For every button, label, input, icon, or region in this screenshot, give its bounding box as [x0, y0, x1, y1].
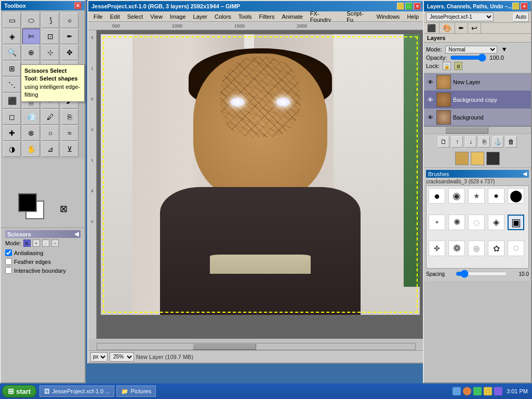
toolbox-close-button[interactable]: ✕: [74, 2, 82, 9]
brush-item[interactable]: ❁: [448, 241, 465, 256]
zoom-selector[interactable]: 25%: [110, 352, 134, 362]
layers-scrollbar-thumb[interactable]: [445, 127, 488, 134]
brush-item-selected[interactable]: ▣: [508, 215, 524, 230]
scissors-panel-collapse[interactable]: ◀: [74, 231, 78, 237]
hand-tool[interactable]: ✋: [22, 141, 40, 157]
swatch-dark[interactable]: [486, 152, 500, 165]
layers-scrollbar[interactable]: [424, 126, 531, 134]
lock-alpha-button[interactable]: α: [454, 62, 462, 70]
brush-item[interactable]: ◈: [488, 215, 504, 230]
lower-layer-button[interactable]: ↓: [465, 136, 476, 148]
heal-tool[interactable]: ✚: [3, 125, 21, 141]
bucket-fill-tool[interactable]: ⬛: [3, 93, 21, 109]
auto-button[interactable]: Auto: [513, 12, 529, 22]
clone-tool[interactable]: ⎘: [61, 109, 78, 125]
eraser-tool[interactable]: ◻: [3, 109, 21, 125]
extra-tool-1[interactable]: ⊿: [42, 141, 59, 157]
mode-subtract-icon[interactable]: -: [42, 240, 49, 247]
delete-layer-button[interactable]: 🗑: [506, 136, 517, 148]
background-visibility-eye[interactable]: 👁: [426, 113, 434, 122]
menu-help[interactable]: Help: [404, 13, 422, 20]
perspective-clone-tool[interactable]: ⊗: [22, 125, 40, 141]
feather-edges-checkbox[interactable]: [5, 258, 12, 265]
project-selector[interactable]: JesseProject.xcf-1: [426, 12, 494, 21]
menu-colors[interactable]: Colors: [211, 13, 234, 20]
brush-item[interactable]: ◎: [468, 241, 485, 256]
raise-layer-button[interactable]: ↑: [451, 136, 463, 148]
brush-item[interactable]: ◉: [448, 188, 465, 204]
rect-select-tool[interactable]: ▭: [3, 12, 21, 28]
layers-close-button[interactable]: ✕: [521, 3, 528, 10]
measure-tool[interactable]: ⊹: [42, 45, 59, 60]
tray-extra-icon[interactable]: [494, 387, 502, 395]
layer-row-new-layer[interactable]: 👁 New Layer: [424, 73, 531, 91]
interactive-boundary-checkbox[interactable]: [5, 267, 12, 274]
brush-item[interactable]: ●: [488, 188, 504, 204]
ellipse-select-tool[interactable]: ⬭: [22, 12, 40, 28]
smudge-tool[interactable]: ≈: [61, 125, 78, 141]
dodge-burn-tool[interactable]: ◑: [3, 141, 21, 157]
tray-network-icon[interactable]: [453, 387, 461, 395]
paths-icon-tab[interactable]: ✒: [455, 23, 468, 33]
brush-item[interactable]: ●: [429, 188, 445, 204]
fuzzy-select-tool[interactable]: ⟐: [61, 12, 78, 28]
move-tool[interactable]: ✥: [61, 45, 78, 60]
swatch-gold[interactable]: [455, 152, 469, 165]
opacity-slider[interactable]: [450, 56, 486, 60]
tray-updates-icon[interactable]: [484, 387, 492, 395]
foreground-select-tool[interactable]: ⊡: [42, 29, 59, 44]
brush-item[interactable]: ⬡: [508, 241, 524, 256]
brushes-collapse-icon[interactable]: ◀: [523, 170, 527, 177]
swatch-light-gold[interactable]: [471, 152, 484, 165]
reset-colors-icon[interactable]: ⊠: [60, 203, 68, 215]
taskbar-pictures-item[interactable]: 📁 Pictures: [116, 385, 156, 397]
menu-tools[interactable]: Tools: [235, 13, 255, 20]
brush-item[interactable]: ✺: [448, 215, 465, 230]
extra-tool-2[interactable]: ⊻: [61, 141, 78, 157]
layers-minimize-button[interactable]: _: [512, 3, 520, 10]
color-pick-tool[interactable]: 🔍: [3, 45, 21, 60]
tray-audio-icon[interactable]: [463, 387, 471, 395]
mode-arrow-icon[interactable]: ▼: [500, 45, 509, 54]
gimp-horizontal-scrollbar[interactable]: [97, 343, 416, 350]
shear-tool[interactable]: ⋱: [3, 77, 21, 92]
channels-icon-tab[interactable]: 🎨: [440, 23, 455, 33]
gimp-scrollbar-thumb[interactable]: [193, 343, 256, 350]
brush-item[interactable]: ✦: [429, 215, 445, 230]
menu-view[interactable]: View: [147, 13, 166, 20]
layer-row-background-copy[interactable]: 👁 Background copy: [424, 91, 531, 109]
by-color-select-tool[interactable]: ◈: [3, 29, 21, 44]
lock-pixels-button[interactable]: 🔒: [443, 62, 451, 70]
bg-copy-visibility-eye[interactable]: 👁: [426, 96, 434, 104]
menu-image[interactable]: Image: [167, 13, 189, 20]
menu-windows[interactable]: Windows: [374, 13, 403, 20]
free-select-tool[interactable]: ⟆: [42, 12, 59, 28]
foreground-color-swatch[interactable]: [18, 193, 37, 212]
zoom-tool[interactable]: ⊕: [22, 45, 40, 60]
blur-sharpen-tool[interactable]: ○: [42, 125, 59, 141]
menu-fx-foundry[interactable]: FX-Foundry: [307, 10, 343, 23]
brush-item[interactable]: ✤: [429, 241, 445, 256]
layer-row-background[interactable]: 👁 Background: [424, 109, 531, 126]
gimp-close-button[interactable]: ✕: [414, 3, 421, 10]
menu-file[interactable]: File: [90, 13, 106, 20]
menu-edit[interactable]: Edit: [107, 13, 123, 20]
tray-antivirus-icon[interactable]: [473, 387, 482, 395]
brush-item[interactable]: ✿: [488, 241, 504, 256]
ink-tool[interactable]: 🖊: [42, 109, 59, 125]
gimp-maximize-button[interactable]: □: [405, 3, 413, 10]
menu-script-fu[interactable]: Script-Fu: [343, 10, 372, 23]
taskbar-gimp-item[interactable]: 🖼 JesseProject.xcf-1.0 ...: [39, 385, 114, 397]
airbrush-tool[interactable]: 💨: [22, 109, 40, 125]
undo-icon-tab[interactable]: ↩: [468, 23, 481, 33]
start-button[interactable]: ⊞ start: [2, 385, 36, 397]
brush-item[interactable]: ★: [468, 188, 485, 204]
brush-item[interactable]: ◌: [468, 215, 485, 230]
image-area[interactable]: [97, 30, 424, 339]
new-layer-button[interactable]: 🗋: [438, 136, 449, 148]
menu-select[interactable]: Select: [124, 13, 147, 20]
menu-filters[interactable]: Filters: [256, 13, 278, 20]
new-layer-visibility-eye[interactable]: 👁: [426, 78, 434, 86]
unit-selector[interactable]: px: [90, 352, 108, 362]
mode-add-icon[interactable]: +: [33, 240, 40, 247]
